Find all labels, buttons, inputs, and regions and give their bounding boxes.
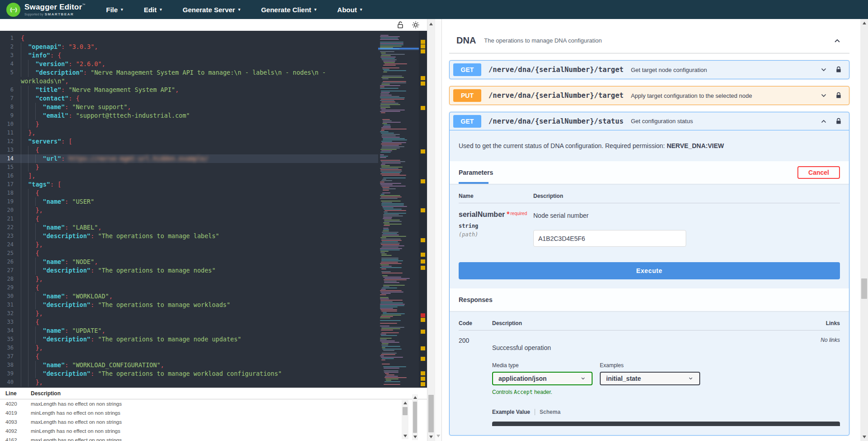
code-editor[interactable]: 1{2"openapi": "3.0.3",3"info": {4"versio… xyxy=(0,31,427,388)
menu-generate-client[interactable]: Generate Client▾ xyxy=(261,6,316,14)
auth-lock-icon[interactable] xyxy=(835,91,843,100)
parameters-tab[interactable]: Parameters xyxy=(459,169,493,176)
execute-button[interactable]: Execute xyxy=(459,262,840,279)
endpoint-summary: Apply target configuration to the select… xyxy=(631,92,752,99)
panel-scrollbar[interactable] xyxy=(412,394,418,440)
example-value-tab[interactable]: Example Value xyxy=(492,409,530,415)
description-header: Description xyxy=(533,193,563,199)
endpoint-path: /nerve/dna/{serialNumber}/target xyxy=(489,91,624,100)
auth-lock-icon[interactable] xyxy=(835,66,843,74)
menu-generate-server[interactable]: Generate Server▾ xyxy=(183,6,240,14)
validation-row[interactable]: 4162maxLength has no effect on non strin… xyxy=(0,436,427,441)
expand-chevron-down-icon[interactable] xyxy=(819,65,828,74)
opblock-get-target: GET /nerve/dna/{serialNumber}/target Get… xyxy=(449,60,849,79)
editor-toolbar xyxy=(0,19,427,31)
example-code-block[interactable] xyxy=(492,422,840,426)
validation-row[interactable]: 4020maxLength has no effect on non strin… xyxy=(0,399,427,408)
caret-down-icon: ▾ xyxy=(160,7,162,12)
serial-number-input[interactable] xyxy=(533,230,686,247)
schema-tab[interactable]: Schema xyxy=(540,409,560,415)
endpoint-summary: Get configuration status xyxy=(631,118,693,125)
tag-section-dna[interactable]: DNA The operations to manage DNA configu… xyxy=(449,35,849,53)
code-lines[interactable]: 1{2"openapi": "3.0.3",3"info": {4"versio… xyxy=(0,34,378,387)
annotation-marker-strip[interactable] xyxy=(419,31,427,388)
swagger-ui-pane: DNA The operations to manage DNA configu… xyxy=(441,19,860,441)
code-header: Code xyxy=(459,320,492,326)
responses-section-header: Responses xyxy=(450,288,849,311)
opblock-body: Used to get the current status of DNA co… xyxy=(450,130,849,435)
parameter-row: serialNumber*required string (path) Node… xyxy=(459,203,840,247)
line-column-header: Line xyxy=(5,390,31,397)
required-permission: NERVE_DNA:VIEW xyxy=(667,142,724,149)
logo-subtitle: Supported bySMARTBEAR xyxy=(24,12,85,16)
validation-row[interactable]: 4092minLength has no effect on non strin… xyxy=(0,427,427,436)
caret-down-icon: ▾ xyxy=(314,7,317,12)
examples-label: Examples xyxy=(600,362,700,369)
parameters-table: Name Description serialNumber*required s… xyxy=(450,184,849,256)
examples-select[interactable]: initial_state xyxy=(600,372,700,385)
swagger-logo-icon: {···} xyxy=(6,3,20,17)
editor-pane: 1{2"openapi": "3.0.3",3"info": {4"versio… xyxy=(0,19,427,441)
theme-sun-icon[interactable] xyxy=(412,21,420,29)
tag-description: The operations to manage DNA configurati… xyxy=(484,37,602,44)
parameters-tab-underline xyxy=(459,182,489,184)
accept-header-note: Controls Accept header. xyxy=(492,389,593,395)
response-code: 200 xyxy=(459,337,492,351)
response-content: Media type application/json Controls Acc… xyxy=(492,362,840,426)
description-column-header: Description xyxy=(31,390,61,397)
parameters-table-header: Name Description xyxy=(459,193,840,203)
caret-down-icon: ▾ xyxy=(360,7,362,12)
caret-down-icon: ▾ xyxy=(238,7,241,12)
collapse-section-chevron-up-icon[interactable] xyxy=(832,36,842,46)
validation-row[interactable]: 4019minLength has no effect on non strin… xyxy=(0,408,427,417)
select-chevron-down-icon xyxy=(580,375,586,382)
cancel-button[interactable]: Cancel xyxy=(797,166,840,179)
opblock-get-status: GET /nerve/dna/{serialNumber}/status Get… xyxy=(449,112,849,436)
validation-scrollbar[interactable] xyxy=(402,400,408,439)
expand-chevron-down-icon[interactable] xyxy=(819,91,828,100)
operation-description: Used to get the current status of DNA co… xyxy=(450,130,849,161)
tab-divider xyxy=(535,409,535,415)
name-header: Name xyxy=(459,193,533,199)
menu-about[interactable]: About▾ xyxy=(337,6,362,14)
execute-wrapper: Execute xyxy=(450,256,849,288)
auth-lock-icon[interactable] xyxy=(835,117,843,125)
menu-edit[interactable]: Edit▾ xyxy=(144,6,162,14)
media-type-label: Media type xyxy=(492,362,593,369)
response-row-200: 200 Successful operation No links xyxy=(459,331,840,351)
required-label: required xyxy=(511,211,527,216)
opblock-put-target: PUT /nerve/dna/{serialNumber}/target App… xyxy=(449,86,849,105)
parameter-type: string xyxy=(459,223,533,229)
opblock-put-target-header[interactable]: PUT /nerve/dna/{serialNumber}/target App… xyxy=(450,86,849,105)
page-scrollbar[interactable] xyxy=(860,19,868,441)
opblock-get-status-header[interactable]: GET /nerve/dna/{serialNumber}/status Get… xyxy=(450,112,849,130)
swagger-editor-logo[interactable]: {···} Swagger Editor™ Supported bySMARTB… xyxy=(6,3,85,17)
validation-row[interactable]: 4093maxLength has no effect on non strin… xyxy=(0,417,427,427)
parameters-section-header: Parameters Cancel xyxy=(450,161,849,184)
parameter-description: Node serial number xyxy=(533,212,686,219)
collapse-chevron-up-icon[interactable] xyxy=(819,117,828,126)
method-badge-get: GET xyxy=(453,115,481,128)
menu-bar: File▾ Edit▾ Generate Server▾ Generate Cl… xyxy=(106,6,362,14)
tag-title: DNA xyxy=(456,35,476,46)
top-navbar: {···} Swagger Editor™ Supported bySMARTB… xyxy=(0,0,868,19)
menu-file[interactable]: File▾ xyxy=(106,6,123,14)
endpoint-summary: Get target node configuration xyxy=(631,67,707,73)
responses-title: Responses xyxy=(459,296,493,303)
editor-scrollbar[interactable] xyxy=(427,19,435,441)
responses-table-header: Code Description Links xyxy=(459,320,840,331)
parameter-name: serialNumber xyxy=(459,211,505,218)
unlock-icon[interactable] xyxy=(396,21,404,29)
example-tabs: Example Value Schema xyxy=(492,409,840,415)
caret-down-icon: ▾ xyxy=(121,7,123,12)
validation-panel: Line Description 4020maxLength has no ef… xyxy=(0,388,427,441)
response-links: No links xyxy=(821,337,840,351)
parameter-location: (path) xyxy=(459,231,533,238)
logo-title: Swagger Editor xyxy=(24,3,82,11)
endpoint-path: /nerve/dna/{serialNumber}/target xyxy=(489,66,624,74)
endpoint-path: /nerve/dna/{serialNumber}/status xyxy=(489,117,624,125)
media-type-select[interactable]: application/json xyxy=(492,372,593,385)
opblock-get-target-header[interactable]: GET /nerve/dna/{serialNumber}/target Get… xyxy=(450,61,849,79)
minimap[interactable] xyxy=(378,31,419,388)
pane-divider-strip xyxy=(435,19,441,441)
